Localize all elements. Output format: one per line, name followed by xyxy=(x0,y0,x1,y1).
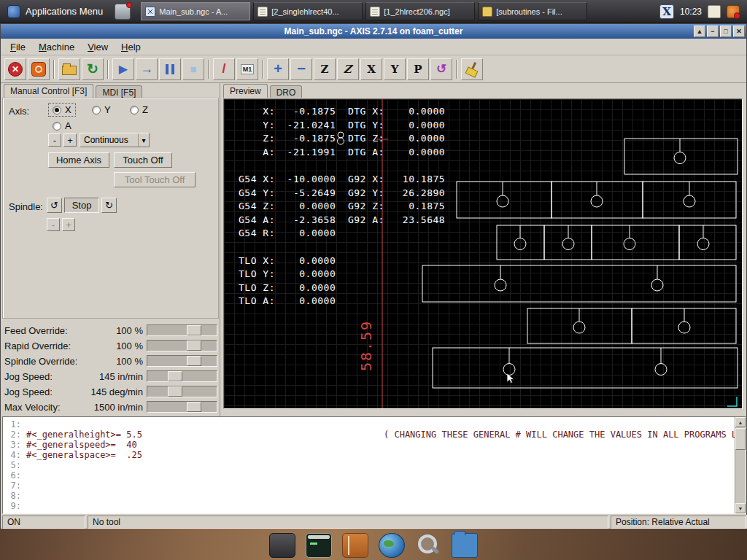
feed-override-slider[interactable] xyxy=(147,324,217,336)
close-button[interactable]: ✕ xyxy=(733,26,745,37)
tab-mdi[interactable]: MDI [F5] xyxy=(96,85,142,98)
jog-speed-angular-value: 145 deg/min xyxy=(74,386,143,397)
scroll-up-icon[interactable]: ▲ xyxy=(735,417,746,427)
rapid-override-slider[interactable] xyxy=(147,340,217,351)
shade-button[interactable]: ▲ xyxy=(694,26,705,37)
jog-speed-linear-slider[interactable] xyxy=(147,370,217,382)
gcode-line[interactable]: 1: xyxy=(4,419,733,429)
menu-machine[interactable]: Machine xyxy=(32,39,81,55)
axis-radio-x[interactable]: X xyxy=(48,103,76,117)
gcode-listing[interactable]: 1:2:#<_generalheight>= 5.5( CHANGING THE… xyxy=(2,416,746,514)
home-axis-button[interactable]: Home Axis xyxy=(48,152,109,168)
spindle-override-slider-handle[interactable] xyxy=(187,356,201,366)
step-line-button[interactable]: → xyxy=(136,58,158,80)
view-perspective-button[interactable]: P xyxy=(407,58,429,80)
open-file-button[interactable] xyxy=(58,58,80,80)
scrollbar-thumb[interactable] xyxy=(735,428,746,450)
minimize-button[interactable]: − xyxy=(707,26,719,37)
gcode-line[interactable]: 7: xyxy=(4,481,733,491)
axis-radio-z[interactable]: Z xyxy=(125,103,152,117)
rotate-view-button[interactable]: ↺ xyxy=(430,58,452,80)
dock-folder-icon[interactable] xyxy=(452,533,478,558)
spindle-reverse-button[interactable]: ↺ xyxy=(47,198,62,213)
jog-mode-dropdown[interactable]: Continuous ▾ xyxy=(80,133,150,147)
axis-radio-a[interactable]: A xyxy=(48,119,76,133)
clear-plot-icon xyxy=(465,62,479,77)
gcode-line[interactable]: 6: xyxy=(4,470,733,481)
zoom-out-button[interactable]: − xyxy=(290,58,312,80)
axis-radio-label: Y xyxy=(104,104,111,115)
dock-globe-icon[interactable] xyxy=(379,533,405,558)
clear-plot-button[interactable] xyxy=(461,58,483,80)
gcode-line[interactable]: 4:#<_generalspace>= .25 xyxy=(4,450,733,460)
spindle-override-slider[interactable] xyxy=(147,355,217,367)
notes-tray-icon[interactable] xyxy=(708,5,721,18)
gcode-line[interactable]: 9: xyxy=(4,501,733,511)
estop-button[interactable]: ✕ xyxy=(4,58,26,80)
dock-search-icon[interactable] xyxy=(415,533,441,558)
run-program-button[interactable]: ▶ xyxy=(112,58,134,80)
zoom-in-button[interactable]: + xyxy=(267,58,289,80)
menu-help[interactable]: Help xyxy=(115,39,147,55)
preview-viewport[interactable]: X: -0.1875 DTG X: 0.0000 Y: -21.0241 DTG… xyxy=(223,98,743,409)
axis-radio-y[interactable]: Y xyxy=(88,103,115,117)
reload-file-button[interactable]: ↻ xyxy=(82,58,104,80)
touch-off-button[interactable]: Touch Off xyxy=(114,152,172,168)
view-front-button[interactable]: Y xyxy=(384,58,406,80)
x11-tray-icon[interactable]: X xyxy=(659,4,674,19)
dock-book-icon[interactable] xyxy=(342,533,368,558)
gcode-line[interactable]: 8: xyxy=(4,491,733,501)
view-rotated-top-button[interactable]: Z xyxy=(337,58,359,80)
jog-speed-angular-slider-handle[interactable] xyxy=(168,386,182,397)
gcode-scrollbar[interactable]: ▲ ▼ xyxy=(735,417,746,513)
position-mode: Position: Relative Actual xyxy=(611,516,746,529)
machine-power-button[interactable] xyxy=(28,58,50,80)
panel-launcher-icon[interactable] xyxy=(115,4,131,20)
view-top-button[interactable]: Z xyxy=(314,58,336,80)
gcode-line[interactable]: 5: xyxy=(4,460,733,470)
spindle-stop-button[interactable]: Stop xyxy=(64,198,99,213)
tab-preview[interactable]: Preview xyxy=(223,84,268,98)
taskbar-task[interactable]: [subroutines - Fil... xyxy=(478,2,587,20)
clock[interactable]: 10:23 xyxy=(680,7,702,17)
jog-speed-angular-slider[interactable] xyxy=(147,386,217,397)
maximize-button[interactable]: □ xyxy=(720,26,732,37)
window-titlebar[interactable]: Main_sub.ngc - AXIS 2.7.14 on foam_cutte… xyxy=(1,24,746,39)
radio-icon xyxy=(92,106,101,114)
taskbar-task[interactable]: [1_2hlrect206.ngc] xyxy=(365,2,475,20)
feed-override-label: Feed Override: xyxy=(4,325,68,336)
scroll-down-icon[interactable]: ▼ xyxy=(735,503,746,513)
view-side-button[interactable]: X xyxy=(360,58,382,80)
spindle-forward-button[interactable]: ↻ xyxy=(101,198,117,213)
taskbar-task[interactable]: [2_singlehlrect40... xyxy=(253,2,363,20)
jog-minus-button[interactable]: - xyxy=(48,133,61,147)
optional-pause-button[interactable]: M1 xyxy=(236,58,258,80)
skip-lines-button[interactable]: / xyxy=(213,58,235,80)
status-bar: ON No tool Position: Relative Actual xyxy=(1,515,747,529)
gcode-line[interactable]: 2:#<_generalheight>= 5.5( CHANGING THESE… xyxy=(4,429,733,440)
rapid-override-slider-handle[interactable] xyxy=(187,341,201,351)
dock-terminal-icon[interactable] xyxy=(306,533,332,558)
tab-manual-control[interactable]: Manual Control [F3] xyxy=(4,84,93,98)
applications-menu-icon xyxy=(7,5,20,18)
gcode-line[interactable]: 3:#<_generalspeed>= 40 xyxy=(4,440,733,450)
jog-plus-button[interactable]: + xyxy=(63,133,77,147)
toolpath-hole xyxy=(697,238,709,250)
estop-icon: ✕ xyxy=(8,62,23,77)
menu-view[interactable]: View xyxy=(81,39,115,55)
menu-file[interactable]: File xyxy=(4,39,32,55)
max-velocity-slider[interactable] xyxy=(147,401,217,413)
updates-tray-icon[interactable] xyxy=(727,5,740,18)
feed-override-slider-handle[interactable] xyxy=(187,325,201,335)
jog-speed-linear-slider-handle[interactable] xyxy=(168,371,182,381)
jog-speed-angular-row: Jog Speed:145 deg/min xyxy=(1,384,220,399)
spindle-override-label: Spindle Override: xyxy=(4,356,77,367)
view-front-icon: Y xyxy=(391,63,399,76)
taskbar-task[interactable]: Main_sub.ngc - A... xyxy=(141,2,250,20)
stop-program-button[interactable]: ■ xyxy=(182,58,204,80)
dock-window-icon[interactable] xyxy=(269,533,295,558)
tab-dro[interactable]: DRO xyxy=(270,85,303,98)
pause-program-button[interactable] xyxy=(159,58,181,80)
max-velocity-slider-handle[interactable] xyxy=(187,402,201,412)
applications-menu-button[interactable]: Applications Menu xyxy=(0,0,110,23)
